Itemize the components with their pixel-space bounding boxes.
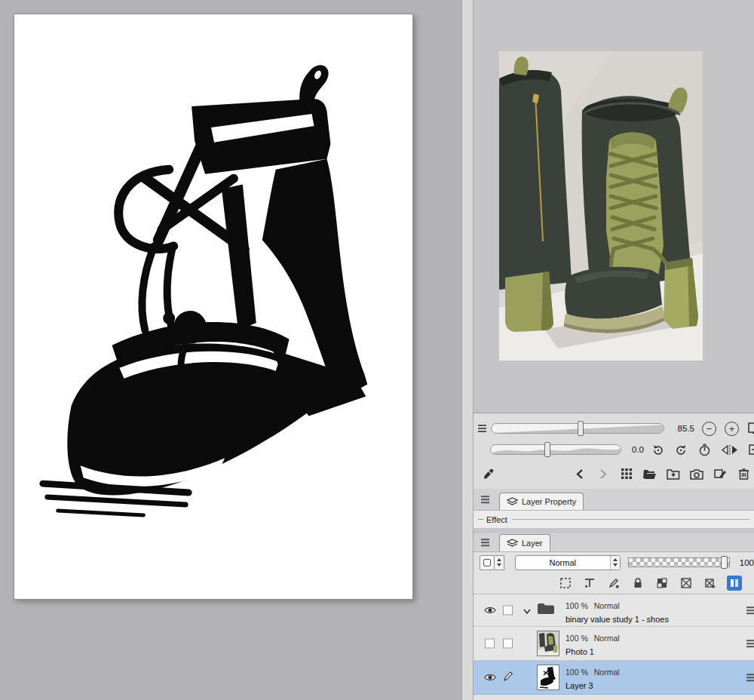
layer-opacity-mode: 100 %Normal [566,601,620,610]
rotate-wave-icon [491,445,621,454]
eyedropper-icon[interactable] [481,466,496,481]
zoom-control-row: 85.5 − + [474,419,754,438]
tab-layer-property[interactable]: Layer Property [499,493,584,510]
layer-name: Photo 1 [566,647,620,656]
reference-photo-image [499,51,703,361]
layer-mode-value: Normal [594,601,620,610]
draw-on-layer-icon[interactable] [606,576,621,591]
previous-image-icon[interactable] [572,466,587,481]
row-grip-icon[interactable] [746,640,754,647]
layer-opacity-value: 100 % [566,601,588,610]
zoom-value: 85.5 [664,424,694,433]
zoom-slider[interactable] [491,423,664,434]
sketch-thumbnail-image [538,665,559,689]
layer-row-layer3[interactable]: 100 %Normal Layer 3 [474,661,754,695]
change-palette-color-icon[interactable] [558,576,573,591]
layer-property-panel: Effect [474,511,754,528]
reference-photo-boots[interactable] [499,51,703,361]
editing-pencil-icon [503,671,513,685]
folder-icon [537,603,555,618]
fit-to-window-icon[interactable] [747,421,754,436]
layer-name: binary value study 1 - shoes [566,615,669,624]
layer-mode-value: Normal [594,634,620,643]
layer-row-texts: 100 %Normal binary value study 1 - shoes [566,598,669,624]
layer-name: Layer 3 [566,681,620,690]
import-image-icon[interactable] [666,466,681,481]
layer-row-folder[interactable]: 100 %Normal binary value study 1 - shoes [474,594,754,627]
row-grip-icon[interactable] [746,606,754,614]
blend-mode-value: Normal [516,558,610,567]
set-as-reference-icon[interactable] [703,576,718,591]
boot-sketch-drawing [14,14,412,599]
palette-color-swatch-icon [480,555,495,570]
subview-toolbar-row [474,462,754,486]
palette-grip-icon[interactable] [478,425,486,432]
right-dock: 85.5 − + 0.0 [474,0,754,700]
rotate-value: 0.0 [621,445,644,454]
visibility-eye-icon[interactable] [483,674,496,682]
reset-rotation-icon[interactable] [697,442,712,457]
rotate-right-icon[interactable] [673,442,688,457]
tab-layer-property-label: Layer Property [522,497,576,506]
section-divider [512,519,749,520]
layer-property-tabbar: Layer Property [474,489,754,511]
opacity-slider-handle[interactable] [721,556,728,569]
minus-icon: − [706,424,713,434]
enable-mask-icon[interactable] [679,576,694,591]
plus-icon: + [729,424,735,434]
tab-layer-label: Layer [522,539,543,548]
reset-display-icon[interactable] [748,442,754,457]
palette-color-stepper[interactable] [495,555,504,570]
rotate-slider-handle[interactable] [544,442,550,457]
blend-mode-select[interactable]: Normal [515,555,621,570]
pane-divider[interactable] [461,0,474,700]
zoom-out-button[interactable]: − [702,422,716,436]
palette-gap [474,528,754,533]
palette-grip-icon[interactable] [481,496,489,503]
layer-thumbnail-sketch[interactable] [537,665,559,690]
lock-layer-icon[interactable] [630,576,645,591]
rotate-left-icon[interactable] [650,442,665,457]
flip-horizontal-icon[interactable] [720,442,740,457]
blend-mode-stepper[interactable] [610,556,620,570]
row-grip-icon[interactable] [746,674,754,681]
folder-expander-icon[interactable] [523,603,531,617]
layer-thumbnail-photo[interactable] [537,631,559,656]
subview-controls: 85.5 − + 0.0 [474,413,754,489]
zoom-slider-handle[interactable] [578,421,584,436]
layer-checkbox[interactable] [503,639,513,649]
clip-at-layer-below-icon[interactable] [582,576,597,591]
layer-opacity-value: 100 % [566,634,588,643]
open-folder-icon[interactable] [642,466,657,481]
split-palette-icon[interactable] [727,576,742,591]
subview-image-area[interactable] [474,0,754,413]
photo-thumbnail-image [538,631,559,655]
zoom-in-button[interactable]: + [725,422,739,436]
layer-row-texts: 100 %Normal Photo 1 [566,631,620,656]
layer-opacity-mode: 100 %Normal [566,634,620,643]
trash-icon[interactable] [736,466,751,481]
edit-list-icon[interactable] [713,466,728,481]
layer-row-photo1[interactable]: 100 %Normal Photo 1 [474,627,754,661]
visibility-checkbox-empty[interactable] [485,639,495,649]
layer-tabbar: Layer [474,533,754,552]
tab-layer[interactable]: Layer [499,534,550,551]
palette-color-selector[interactable] [480,555,504,570]
layer-mode-value: Normal [594,668,620,677]
layer-palette: Normal 100 [474,552,754,700]
canvas-area[interactable] [0,0,461,700]
camera-icon[interactable] [689,466,704,481]
opacity-slider[interactable] [628,557,731,567]
lock-transparent-pixels-icon[interactable] [654,576,670,591]
visibility-eye-icon[interactable] [483,606,496,615]
palette-grip-icon[interactable] [481,539,489,546]
layer-list: 100 %Normal binary value study 1 - shoes [474,594,754,700]
blend-mode-row: Normal 100 [474,552,754,573]
rotate-slider[interactable] [490,444,621,455]
opacity-value: 100 [734,558,754,567]
next-image-icon[interactable] [596,466,611,481]
layer-checkbox[interactable] [503,606,513,616]
thumbnail-grid-icon[interactable] [619,466,634,481]
layer-row-texts: 100 %Normal Layer 3 [566,665,620,690]
canvas-document[interactable] [14,14,413,600]
